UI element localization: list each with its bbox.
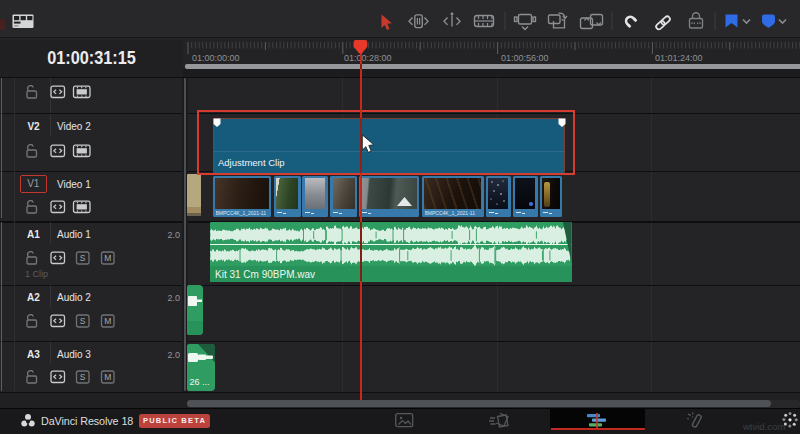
- svg-text:01:00:00:00: 01:00:00:00: [192, 53, 240, 63]
- svg-text:S: S: [80, 316, 86, 326]
- svg-text:01:00:56:00: 01:00:56:00: [501, 53, 549, 63]
- svg-text:M: M: [104, 372, 111, 382]
- svg-text:M: M: [104, 253, 111, 263]
- svg-text:M: M: [104, 316, 111, 326]
- svg-text:01:01:24:00: 01:01:24:00: [655, 53, 703, 63]
- svg-text:S: S: [80, 253, 86, 263]
- svg-text:S: S: [80, 372, 86, 382]
